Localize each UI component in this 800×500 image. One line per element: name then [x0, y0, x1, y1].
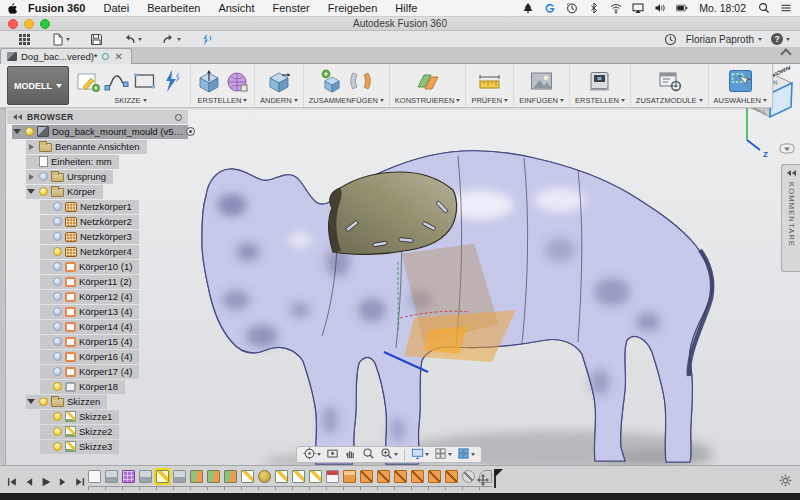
history-clock-icon[interactable]: [664, 33, 677, 46]
timeline-op-canvas[interactable]: [105, 470, 118, 483]
ribbon-group-label[interactable]: ERSTELLEN: [575, 95, 625, 105]
visibility-bulb-off-icon[interactable]: [39, 172, 48, 181]
ribbon-group-label[interactable]: SKIZZE: [114, 95, 146, 105]
visibility-bulb-off-icon[interactable]: [53, 307, 62, 316]
workspace-switcher[interactable]: MODELL: [7, 66, 69, 105]
timeline-op-delete[interactable]: [462, 470, 475, 483]
spotlight-search-icon[interactable]: [757, 2, 770, 15]
menu-item-bearbeiten[interactable]: Bearbeiten: [138, 1, 209, 15]
3d-viewport[interactable]: BROWSER Dog_back_mount_mould (v5…Benannt…: [0, 64, 800, 465]
joint-icon[interactable]: [348, 69, 373, 93]
tab-close-icon[interactable]: ✕: [115, 52, 123, 62]
print-3d-icon[interactable]: [587, 69, 612, 93]
create-mesh-icon[interactable]: [224, 69, 249, 93]
bluetooth-icon[interactable]: [587, 2, 600, 15]
timeline-op-plane[interactable]: [224, 470, 237, 483]
visibility-bulb-on-icon[interactable]: [39, 397, 48, 406]
timeline-position-marker[interactable]: [494, 469, 496, 488]
timeline-marker-grip-icon[interactable]: [477, 472, 489, 490]
browser-options-icon[interactable]: [175, 114, 182, 121]
apple-menu-icon[interactable]: [6, 1, 19, 15]
browser-row-ursprung[interactable]: Ursprung: [7, 169, 188, 184]
menu-item-ansicht[interactable]: Ansicht: [209, 1, 263, 15]
menu-item-fenster[interactable]: Fenster: [263, 1, 318, 15]
help-menu[interactable]: ?: [771, 33, 790, 45]
save-icon[interactable]: [90, 33, 103, 46]
visibility-bulb-off-icon[interactable]: [53, 277, 62, 286]
visibility-bulb-off-icon[interactable]: [53, 217, 62, 226]
ribbon-group-label[interactable]: ERSTELLEN: [198, 95, 248, 105]
wifi-icon[interactable]: [609, 2, 622, 15]
timeline-op-canvas[interactable]: [139, 470, 152, 483]
battery-icon[interactable]: [675, 2, 688, 15]
window-titlebar[interactable]: Autodesk Fusion 360: [0, 17, 800, 31]
zoom-button[interactable]: [361, 446, 376, 464]
menu-item-hilfe[interactable]: Hilfe: [386, 1, 426, 15]
timeline-op-split[interactable]: [428, 470, 441, 483]
visibility-bulb-on-icon[interactable]: [53, 442, 62, 451]
visibility-bulb-off-icon[interactable]: [53, 352, 62, 361]
timeline-settings-gear-icon[interactable]: [779, 473, 792, 491]
volume-icon[interactable]: [653, 2, 666, 15]
visibility-bulb-off-icon[interactable]: [53, 202, 62, 211]
browser-row-körper12-4-[interactable]: Körper12 (4): [7, 289, 188, 304]
timeline-op-split[interactable]: [394, 470, 407, 483]
notification-center-icon[interactable]: [779, 2, 792, 15]
expander-expanded-icon[interactable]: [26, 399, 36, 404]
browser-header[interactable]: BROWSER: [7, 110, 188, 124]
timeline-op-sketch[interactable]: [241, 470, 254, 483]
pan-button[interactable]: [343, 446, 358, 464]
document-tab[interactable]: Dog_bac...vered)* ✕: [0, 48, 132, 64]
browser-row-benannte-ansichten[interactable]: Benannte Ansichten: [7, 139, 188, 154]
visibility-bulb-off-icon[interactable]: [53, 337, 62, 346]
select-icon[interactable]: [728, 69, 753, 93]
timeline-op-form[interactable]: [88, 470, 101, 483]
menu-item-fusion-360[interactable]: Fusion 360: [19, 1, 94, 15]
ribbon-group-label[interactable]: ÄNDERN: [260, 95, 298, 105]
undo-icon[interactable]: [123, 33, 142, 46]
timeline-op-loft[interactable]: [326, 470, 339, 483]
browser-row-skizze2[interactable]: Skizze2: [7, 424, 188, 439]
visibility-bulb-on-icon[interactable]: [39, 187, 48, 196]
go-to-end-button[interactable]: [75, 473, 85, 491]
activate-component-radio[interactable]: [186, 127, 195, 136]
ribbon-group-label[interactable]: PRÜFEN: [471, 95, 508, 105]
visibility-bulb-on-icon[interactable]: [53, 427, 62, 436]
timeline-op-split[interactable]: [411, 470, 424, 483]
apps-grid-icon[interactable]: [18, 33, 31, 46]
grid-and-snaps-button[interactable]: [433, 446, 453, 464]
browser-row-körper16-4-[interactable]: Körper16 (4): [7, 349, 188, 364]
user-menu[interactable]: Florian Paproth: [686, 34, 762, 45]
play-button[interactable]: [41, 473, 51, 491]
ribbon-group-label[interactable]: EINFÜGEN: [519, 95, 564, 105]
construction-plane-icon[interactable]: [415, 69, 440, 93]
timeline-op-plane[interactable]: [190, 470, 203, 483]
browser-row-skizze1[interactable]: Skizze1: [7, 409, 188, 424]
logitech-g-icon[interactable]: [543, 2, 556, 15]
browser-row-netzkörper2[interactable]: Netzkörper2: [7, 214, 188, 229]
time-machine-icon[interactable]: [565, 2, 578, 15]
browser-row-skizzen[interactable]: Skizzen: [7, 394, 188, 409]
spline-icon[interactable]: [104, 69, 129, 93]
browser-row-körper[interactable]: Körper: [7, 184, 188, 199]
display-settings-button[interactable]: [410, 446, 430, 464]
browser-row-einheiten:-mm[interactable]: Einheiten: mm: [7, 154, 188, 169]
browser-row-körper14-4-[interactable]: Körper14 (4): [7, 319, 188, 334]
timeline-op-sketch-selected[interactable]: [156, 470, 169, 483]
add-ins-icon[interactable]: [657, 69, 682, 93]
timeline-op-sketch[interactable]: [275, 470, 288, 483]
press-pull-icon[interactable]: [266, 69, 291, 93]
menu-item-datei[interactable]: Datei: [94, 1, 138, 15]
ribbon-group-label[interactable]: AUSWÄHLEN: [714, 95, 768, 105]
visibility-bulb-off-icon[interactable]: [53, 367, 62, 376]
visibility-bulb-on-icon[interactable]: [53, 247, 62, 256]
timeline-op-split[interactable]: [445, 470, 458, 483]
timeline-op-sketch[interactable]: [292, 470, 305, 483]
expander-expanded-icon[interactable]: [12, 129, 22, 134]
browser-row-körper17-4-[interactable]: Körper17 (4): [7, 364, 188, 379]
visibility-bulb-on-icon[interactable]: [53, 412, 62, 421]
visibility-bulb-off-icon[interactable]: [53, 232, 62, 241]
toolbar-collapse-chevron[interactable]: [780, 48, 791, 59]
expander-expanded-icon[interactable]: [26, 189, 36, 194]
project-geometry-icon[interactable]: [160, 69, 185, 93]
